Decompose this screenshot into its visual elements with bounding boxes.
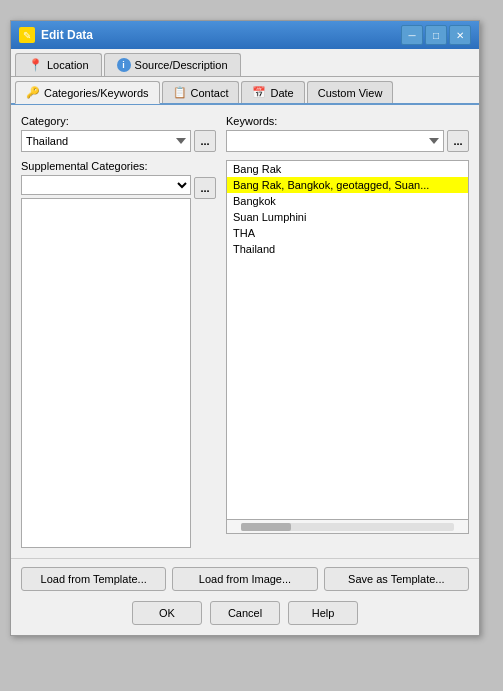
title-bar-left: ✎ Edit Data	[19, 27, 93, 43]
category-dropdown[interactable]: Thailand	[21, 130, 191, 152]
title-controls: ─ □ ✕	[401, 25, 471, 45]
list-item[interactable]: Suan Lumphini	[227, 209, 468, 225]
second-tab-bar: 🔑 Categories/Keywords 📋 Contact 📅 Date C…	[11, 77, 479, 105]
window-icon: ✎	[19, 27, 35, 43]
keywords-header-row: Bang RakBang Rak, Bangkok, geotagged, Su…	[226, 130, 469, 152]
list-item[interactable]: Bangkok	[227, 193, 468, 209]
category-ellipsis-button[interactable]: ...	[194, 130, 216, 152]
keywords-dropdown[interactable]: Bang RakBang Rak, Bangkok, geotagged, Su…	[226, 130, 444, 152]
two-column-layout: Category: Thailand ... Supplemental Cate…	[21, 115, 469, 548]
ok-cancel-row: OK Cancel Help	[11, 597, 479, 635]
keywords-ellipsis-button[interactable]: ...	[447, 130, 469, 152]
category-row: Thailand ...	[21, 130, 216, 152]
supplemental-dropdown[interactable]	[21, 175, 191, 195]
supplemental-ellipsis-button[interactable]: ...	[194, 177, 216, 199]
list-item[interactable]: Thailand	[227, 241, 468, 257]
keywords-list[interactable]: Bang RakBang Rak, Bangkok, geotagged, Su…	[226, 160, 469, 520]
keywords-list-wrapper: Bang RakBang Rak, Bangkok, geotagged, Su…	[226, 160, 469, 534]
tab-source-description[interactable]: i Source/Description	[104, 53, 241, 76]
load-template-button[interactable]: Load from Template...	[21, 567, 166, 591]
supplemental-label: Supplemental Categories:	[21, 160, 216, 172]
hscroll-thumb	[241, 523, 291, 531]
help-button[interactable]: Help	[288, 601, 358, 625]
top-tab-bar: 📍 Location i Source/Description	[11, 49, 479, 77]
supplemental-list[interactable]	[21, 198, 191, 548]
keywords-horizontal-scrollbar[interactable]	[226, 520, 469, 534]
cancel-button[interactable]: Cancel	[210, 601, 280, 625]
keywords-label: Keywords:	[226, 115, 469, 127]
minimize-button[interactable]: ─	[401, 25, 423, 45]
supplemental-side-buttons: ...	[194, 175, 216, 199]
info-icon: i	[117, 58, 131, 72]
category-label: Category:	[21, 115, 216, 127]
location-icon: 📍	[28, 58, 43, 72]
tab-custom-view[interactable]: Custom View	[307, 81, 394, 103]
title-bar: ✎ Edit Data ─ □ ✕	[11, 21, 479, 49]
tab-date[interactable]: 📅 Date	[241, 81, 304, 103]
save-template-button[interactable]: Save as Template...	[324, 567, 469, 591]
main-content: Category: Thailand ... Supplemental Cate…	[11, 105, 479, 558]
maximize-button[interactable]: □	[425, 25, 447, 45]
list-item[interactable]: Bang Rak	[227, 161, 468, 177]
bottom-button-row: Load from Template... Load from Image...…	[11, 558, 479, 597]
list-item[interactable]: Bang Rak, Bangkok, geotagged, Suan...	[227, 177, 468, 193]
close-button[interactable]: ✕	[449, 25, 471, 45]
tab-location[interactable]: 📍 Location	[15, 53, 102, 76]
edit-data-window: ✎ Edit Data ─ □ ✕ 📍 Location i Source/De…	[10, 20, 480, 636]
window-title: Edit Data	[41, 28, 93, 42]
tab-categories-keywords[interactable]: 🔑 Categories/Keywords	[15, 81, 160, 104]
list-item[interactable]: THA	[227, 225, 468, 241]
right-column: Keywords: Bang RakBang Rak, Bangkok, geo…	[226, 115, 469, 548]
load-image-button[interactable]: Load from Image...	[172, 567, 317, 591]
contact-icon: 📋	[173, 86, 187, 99]
date-icon: 📅	[252, 86, 266, 99]
supplemental-row: ...	[21, 175, 216, 548]
ok-button[interactable]: OK	[132, 601, 202, 625]
key-icon: 🔑	[26, 86, 40, 99]
hscroll-track	[241, 523, 454, 531]
tab-contact[interactable]: 📋 Contact	[162, 81, 240, 103]
left-column: Category: Thailand ... Supplemental Cate…	[21, 115, 216, 548]
